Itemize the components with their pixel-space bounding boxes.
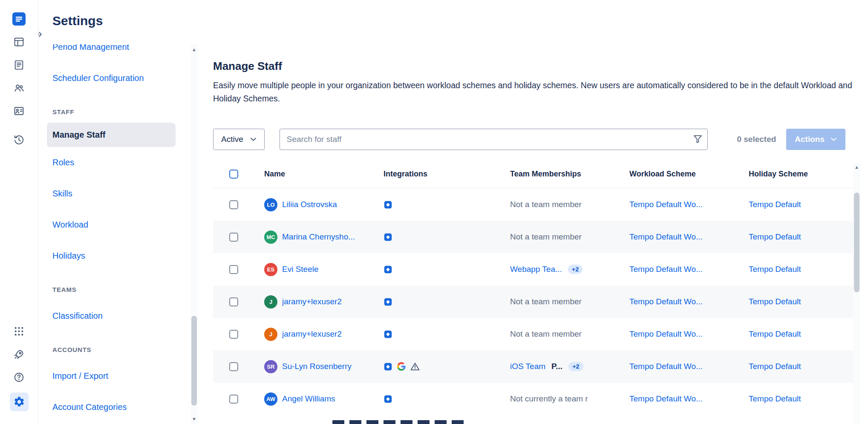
table-row: MCMarina Chernysho...Not a team memberTe… bbox=[213, 221, 853, 253]
column-header-holiday-scheme: Holiday Scheme bbox=[740, 170, 853, 179]
team-membership-text: Not a team member bbox=[510, 329, 582, 339]
select-all-checkbox[interactable] bbox=[229, 170, 238, 179]
table-row: ESEvi SteeleWebapp Tea...+2Tempo Default… bbox=[213, 253, 853, 286]
table-row: SRSu-Lyn RosenberryiOS TeamP...+2Tempo D… bbox=[213, 350, 853, 383]
staff-name-link[interactable]: Su-Lyn Rosenberry bbox=[282, 362, 352, 371]
jira-icon bbox=[384, 395, 392, 404]
clipped-text-fragment bbox=[332, 420, 468, 424]
workload-scheme-link[interactable]: Tempo Default Wo... bbox=[629, 394, 703, 404]
page-title: Settings bbox=[38, 0, 868, 28]
help-icon[interactable] bbox=[12, 369, 27, 385]
sidebar-item-classification[interactable]: Classification bbox=[38, 300, 199, 332]
holiday-scheme-link[interactable]: Tempo Default bbox=[749, 394, 801, 404]
staff-toolbar: Active 0 selected Actions bbox=[213, 129, 853, 150]
row-checkbox[interactable] bbox=[229, 297, 238, 306]
holiday-scheme-link[interactable]: Tempo Default bbox=[749, 297, 801, 306]
workload-scheme-link[interactable]: Tempo Default Wo... bbox=[629, 297, 703, 306]
warning-icon bbox=[410, 362, 420, 371]
column-header-integrations: Integrations bbox=[375, 170, 502, 179]
sidebar-item-accounts: ACCOUNTS bbox=[38, 338, 199, 361]
holiday-scheme-link[interactable]: Tempo Default bbox=[749, 362, 801, 371]
avatar: J bbox=[264, 295, 277, 309]
status-filter-dropdown[interactable]: Active bbox=[213, 129, 265, 150]
status-filter-value: Active bbox=[221, 135, 243, 144]
table-row: Jjaramy+lexuser2Not a team memberTempo D… bbox=[213, 318, 853, 350]
filter-icon[interactable] bbox=[693, 134, 703, 144]
notes-icon[interactable] bbox=[12, 57, 27, 72]
row-checkbox[interactable] bbox=[229, 330, 238, 339]
avatar: LO bbox=[264, 198, 277, 211]
team-link[interactable]: iOS Team bbox=[510, 362, 545, 371]
section-description: Easily move multiple people in your orga… bbox=[213, 79, 852, 105]
contact-card-icon[interactable] bbox=[12, 103, 27, 118]
app-grid-icon[interactable] bbox=[12, 323, 27, 339]
staff-name-link[interactable]: Marina Chernysho... bbox=[282, 232, 355, 242]
sidebar-item-holidays[interactable]: Holidays bbox=[38, 240, 199, 271]
sidebar-item-scheduler-configuration[interactable]: Scheduler Configuration bbox=[38, 63, 199, 94]
sidebar-item-roles[interactable]: Roles bbox=[38, 147, 199, 178]
staff-table-body: LOLiliia OstrovskaNot a team memberTempo… bbox=[213, 188, 853, 415]
holiday-scheme-link[interactable]: Tempo Default bbox=[749, 200, 801, 209]
team-count-badge[interactable]: +2 bbox=[568, 362, 583, 371]
board-icon[interactable] bbox=[12, 34, 27, 49]
staff-name-link[interactable]: jaramy+lexuser2 bbox=[282, 329, 342, 339]
sidebar-item-skills[interactable]: Skills bbox=[38, 178, 199, 209]
table-scrollbar-thumb[interactable] bbox=[854, 193, 859, 292]
history-icon[interactable] bbox=[12, 132, 27, 147]
row-checkbox[interactable] bbox=[229, 395, 238, 404]
staff-name-link[interactable]: jaramy+lexuser2 bbox=[282, 297, 342, 306]
team-membership-text: Not a team member bbox=[510, 232, 582, 242]
staff-table-header: NameIntegrationsTeam MembershipsWorkload… bbox=[213, 160, 853, 188]
scroll-up-icon[interactable]: ▲ bbox=[190, 47, 198, 52]
workload-scheme-link[interactable]: Tempo Default Wo... bbox=[629, 265, 703, 274]
avatar: J bbox=[264, 328, 277, 341]
table-scrollbar[interactable]: ▲ bbox=[853, 163, 860, 424]
sidebar-scrollbar[interactable]: ▲ ▼ bbox=[190, 44, 198, 424]
rocket-icon[interactable] bbox=[12, 346, 27, 362]
row-checkbox[interactable] bbox=[229, 362, 238, 371]
actions-button-label: Actions bbox=[795, 135, 825, 144]
column-header-name: Name bbox=[256, 170, 375, 179]
jira-icon bbox=[384, 200, 392, 209]
column-header-workload-scheme: Workload Scheme bbox=[621, 170, 740, 179]
staff-name-link[interactable]: Liliia Ostrovska bbox=[282, 200, 337, 209]
appbar-top-icons bbox=[12, 11, 27, 147]
holiday-scheme-link[interactable]: Tempo Default bbox=[749, 232, 801, 242]
people-icon[interactable] bbox=[12, 80, 27, 95]
page-header: Settings » bbox=[38, 0, 868, 44]
staff-name-link[interactable]: Angel Williams bbox=[282, 394, 335, 404]
search-field-wrap bbox=[280, 129, 708, 150]
app-icon-bar bbox=[0, 0, 38, 424]
sidebar-item-manage-staff[interactable]: Manage Staff bbox=[47, 123, 176, 147]
row-checkbox[interactable] bbox=[229, 200, 238, 209]
team-link[interactable]: Webapp Tea... bbox=[510, 265, 562, 274]
team-extra-text: P... bbox=[551, 362, 562, 371]
logo-icon[interactable] bbox=[12, 11, 27, 26]
workload-scheme-link[interactable]: Tempo Default Wo... bbox=[629, 362, 703, 371]
sidebar-item-period-management[interactable]: Period Management bbox=[38, 44, 199, 63]
holiday-scheme-link[interactable]: Tempo Default bbox=[749, 265, 801, 274]
selected-count: 0 selected bbox=[737, 135, 776, 144]
column-header-team-memberships: Team Memberships bbox=[502, 170, 621, 179]
jira-icon bbox=[384, 265, 392, 274]
staff-name-link[interactable]: Evi Steele bbox=[282, 265, 319, 274]
row-checkbox[interactable] bbox=[229, 233, 238, 242]
workload-scheme-link[interactable]: Tempo Default Wo... bbox=[629, 232, 703, 242]
search-input[interactable] bbox=[280, 129, 708, 150]
team-membership-text: Not a team member bbox=[510, 200, 582, 209]
team-count-badge[interactable]: +2 bbox=[568, 265, 583, 274]
sidebar-scrollbar-thumb[interactable] bbox=[191, 316, 197, 406]
workload-scheme-link[interactable]: Tempo Default Wo... bbox=[629, 329, 703, 339]
main-content: Manage Staff Easily move multiple people… bbox=[199, 44, 868, 424]
sidebar-item-account-categories[interactable]: Account Categories bbox=[38, 392, 199, 423]
settings-icon[interactable] bbox=[10, 392, 29, 411]
sidebar-item-workload[interactable]: Workload bbox=[38, 209, 199, 240]
jira-icon bbox=[384, 233, 392, 242]
scroll-down-icon[interactable]: ▼ bbox=[190, 416, 198, 421]
scroll-up-icon[interactable]: ▲ bbox=[853, 164, 860, 170]
actions-button[interactable]: Actions bbox=[786, 129, 845, 150]
workload-scheme-link[interactable]: Tempo Default Wo... bbox=[629, 200, 703, 209]
holiday-scheme-link[interactable]: Tempo Default bbox=[749, 329, 801, 339]
sidebar-item-import-export[interactable]: Import / Export bbox=[38, 361, 199, 392]
row-checkbox[interactable] bbox=[229, 265, 238, 274]
